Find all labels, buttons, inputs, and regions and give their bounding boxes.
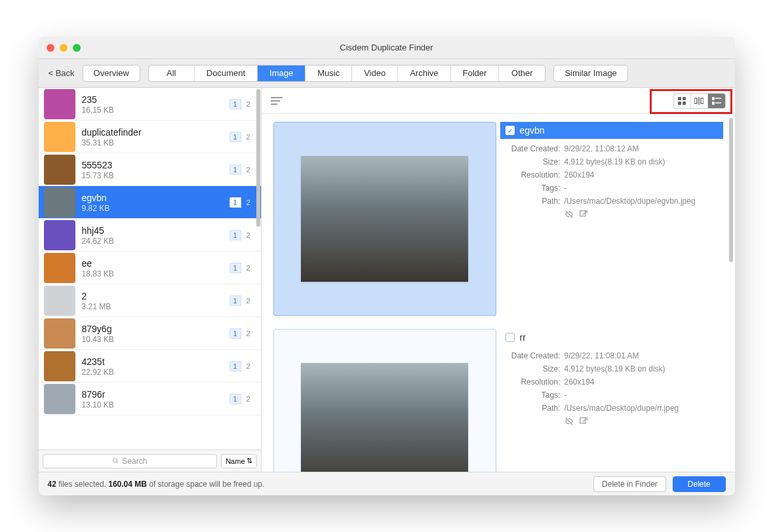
- svg-rect-13: [712, 102, 714, 104]
- select-checkbox[interactable]: [505, 333, 515, 342]
- duplicate-count: 12: [229, 132, 253, 142]
- traffic-lights: [47, 44, 81, 52]
- item-name: 555523: [82, 159, 229, 171]
- svg-rect-12: [712, 98, 714, 100]
- category-tabs: AllDocumentImageMusicVideoArchiveFolderO…: [148, 65, 546, 82]
- thumbnail: [44, 122, 75, 152]
- item-name: 2: [82, 290, 229, 302]
- item-size: 13.10 KB: [82, 400, 229, 409]
- list-item[interactable]: ee18.83 KB12: [39, 252, 261, 284]
- thumbnail: [44, 384, 75, 414]
- duplicate-count: 12: [229, 230, 253, 240]
- tab-image[interactable]: Image: [258, 66, 306, 81]
- sort-label: Name: [226, 457, 245, 465]
- sidebar: 23516.15 KB12duplicatefinder35.31 KB1255…: [39, 88, 262, 472]
- tags-value: -: [565, 390, 719, 400]
- freed-size: 160.04 MB: [108, 480, 147, 489]
- sidebar-scrollbar[interactable]: [256, 89, 260, 227]
- delete-button[interactable]: Delete: [673, 476, 726, 492]
- main-scrollbar[interactable]: [729, 118, 733, 262]
- list-item[interactable]: hhj4524.62 KB12: [39, 219, 261, 252]
- detail-card: ✓egvbnDate Created:9/29/22, 11:08:12 AMS…: [273, 122, 723, 316]
- minimize-window-icon[interactable]: [60, 44, 68, 52]
- filter-icon[interactable]: [271, 96, 283, 105]
- item-size: 3.21 MB: [82, 302, 229, 311]
- tab-music[interactable]: Music: [306, 66, 352, 81]
- duplicate-count: 12: [229, 197, 253, 208]
- zoom-window-icon[interactable]: [73, 44, 81, 52]
- thumbnail: [44, 89, 75, 119]
- path-value: /Users/mac/Desktop/dupe/rr.jpeg: [565, 404, 719, 413]
- duplicate-count: 12: [229, 394, 253, 404]
- svg-rect-10: [701, 98, 704, 104]
- tab-folder[interactable]: Folder: [451, 66, 500, 81]
- duplicate-count: 12: [229, 263, 253, 273]
- overview-button[interactable]: Overview: [83, 65, 140, 82]
- sidebar-bottom: Search Name ⇅: [39, 449, 261, 472]
- hide-icon[interactable]: [565, 210, 574, 221]
- list-item[interactable]: 8796r13.10 KB12: [39, 383, 261, 415]
- preview-image[interactable]: [273, 122, 496, 316]
- tab-all[interactable]: All: [149, 66, 195, 81]
- thumbnail: [44, 220, 75, 250]
- resolution-value: 260x194: [565, 377, 719, 387]
- list-item[interactable]: 23.21 MB12: [39, 284, 261, 317]
- main-toolbar: [262, 88, 735, 114]
- search-input[interactable]: Search: [43, 454, 218, 468]
- list-item[interactable]: 4235t22.92 KB12: [39, 350, 261, 383]
- thumbnail: [44, 286, 75, 316]
- grid-view-button[interactable]: [674, 94, 691, 108]
- item-name: duplicatefinder: [82, 126, 229, 138]
- size-value: 4,912 bytes(8.19 KB on disk): [565, 364, 719, 373]
- selected-count: 42: [48, 480, 56, 489]
- resolution-value: 260x194: [565, 170, 719, 180]
- reveal-in-finder-icon[interactable]: [579, 210, 588, 221]
- list-item[interactable]: duplicatefinder35.31 KB12: [39, 121, 261, 153]
- sidebar-list[interactable]: 23516.15 KB12duplicatefinder35.31 KB1255…: [39, 88, 261, 449]
- item-name: 4235t: [82, 356, 229, 368]
- detail-header[interactable]: rr: [500, 329, 723, 346]
- hide-icon[interactable]: [565, 417, 574, 428]
- date-created-value: 9/29/22, 11:08:01 AM: [565, 351, 719, 360]
- duplicate-count: 12: [229, 295, 253, 306]
- list-item[interactable]: 55552315.73 KB12: [39, 153, 261, 186]
- tab-document[interactable]: Document: [195, 66, 258, 81]
- item-name: ee: [82, 257, 229, 269]
- reveal-in-finder-icon[interactable]: [579, 417, 588, 428]
- item-name: 879y6g: [82, 323, 229, 335]
- thumbnail: [44, 155, 75, 185]
- delete-in-finder-button[interactable]: Delete in Finder: [593, 476, 666, 492]
- thumbnail: [44, 253, 75, 283]
- sort-dropdown[interactable]: Name ⇅: [221, 454, 256, 468]
- select-checkbox[interactable]: ✓: [505, 126, 515, 135]
- item-name: hhj45: [82, 225, 229, 237]
- similar-image-button[interactable]: Similar Image: [553, 65, 627, 82]
- list-view-button[interactable]: [708, 94, 725, 108]
- thumbnail: [44, 318, 75, 349]
- item-size: 24.62 KB: [82, 237, 229, 246]
- date-created-value: 9/29/22, 11:08:12 AM: [565, 144, 719, 153]
- item-size: 35.31 KB: [82, 138, 229, 147]
- item-name: 235: [82, 94, 229, 105]
- svg-rect-9: [694, 98, 697, 104]
- preview-image[interactable]: [273, 329, 496, 472]
- tab-archive[interactable]: Archive: [398, 66, 450, 81]
- list-item[interactable]: egvbn9.82 KB12: [39, 186, 261, 219]
- duplicate-count: 12: [229, 99, 253, 109]
- tab-video[interactable]: Video: [352, 66, 398, 81]
- compare-view-button[interactable]: [691, 94, 708, 108]
- path-value: /Users/mac/Desktop/dupe/egvbn.jpeg: [565, 197, 719, 206]
- close-window-icon[interactable]: [47, 44, 54, 52]
- tab-other[interactable]: Other: [499, 66, 545, 81]
- detail-card: rrDate Created:9/29/22, 11:08:01 AMSize:…: [273, 329, 723, 472]
- detail-header[interactable]: ✓egvbn: [500, 122, 723, 139]
- back-button[interactable]: < Back: [49, 68, 75, 78]
- list-item[interactable]: 879y6g10.43 KB12: [39, 317, 261, 350]
- detail-cards[interactable]: ✓egvbnDate Created:9/29/22, 11:08:12 AMS…: [262, 114, 735, 472]
- toolbar: < Back Overview AllDocumentImageMusicVid…: [39, 59, 735, 88]
- svg-rect-5: [678, 97, 681, 100]
- view-mode-selector: [673, 93, 726, 109]
- list-item[interactable]: 23516.15 KB12: [39, 88, 261, 121]
- main-panel: ✓egvbnDate Created:9/29/22, 11:08:12 AMS…: [262, 88, 735, 472]
- svg-line-1: [117, 462, 118, 463]
